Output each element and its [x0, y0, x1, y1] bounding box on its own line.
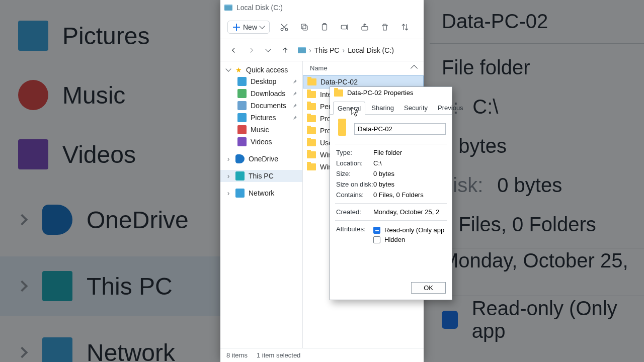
crumb-thispc[interactable]: This PC [314, 46, 340, 54]
nav-pane: ★ Quick access DesktopDownloadsDocuments… [220, 61, 303, 348]
folder-icon [237, 137, 247, 146]
breadcrumb[interactable]: › This PC › Local Disk (C:) [298, 46, 417, 54]
nav-item-desktop[interactable]: Desktop [220, 75, 302, 87]
titlebar: Local Disk (C:) [220, 0, 424, 15]
status-count: 8 items [226, 351, 248, 359]
status-bar: 8 items 1 item selected [220, 348, 424, 362]
folder-name-input[interactable] [354, 123, 446, 135]
folder-icon [307, 103, 316, 110]
recent-button[interactable] [262, 44, 275, 57]
prop-size: 0 bytes [373, 170, 394, 177]
pin-icon [292, 91, 297, 96]
ok-button[interactable]: OK [411, 282, 446, 294]
readonly-checkbox[interactable] [373, 227, 380, 234]
folder-icon [237, 125, 247, 134]
pin-icon [292, 103, 297, 108]
rename-icon[interactable] [339, 22, 350, 33]
properties-dialog: Data-PC-02 Properties General Sharing Se… [330, 86, 452, 300]
delete-icon[interactable] [379, 22, 390, 33]
folder-icon [237, 113, 247, 122]
new-button[interactable]: New [227, 21, 270, 34]
plus-icon [233, 24, 240, 31]
folder-icon [307, 151, 316, 158]
prop-created: Monday, October 25, 2 [373, 208, 439, 216]
nav-item-videos[interactable]: Videos [220, 136, 302, 148]
share-icon[interactable] [359, 22, 370, 33]
folder-icon [237, 77, 247, 86]
svg-rect-3 [301, 24, 306, 29]
forward-button[interactable] [245, 44, 258, 57]
crumb-drive[interactable]: Local Disk (C:) [348, 46, 394, 54]
star-icon: ★ [235, 66, 242, 74]
nav-row: › This PC › Local Disk (C:) [220, 39, 424, 61]
folder-icon [338, 122, 346, 136]
prop-size-on-disk: 0 bytes [373, 180, 394, 188]
paste-icon[interactable] [319, 22, 330, 33]
prop-contains: 0 Files, 0 Folders [373, 191, 424, 199]
background-left: Pictures Music Videos OneDrive This PC N… [0, 0, 220, 362]
dialog-tabs: General Sharing Security Previous [330, 102, 452, 115]
folder-icon [307, 78, 316, 85]
sort-icon[interactable] [399, 22, 411, 33]
folder-icon [334, 89, 343, 97]
tab-sharing[interactable]: Sharing [367, 102, 398, 114]
nav-onedrive[interactable]: ›OneDrive [220, 153, 302, 165]
network-icon [235, 189, 245, 198]
status-selected: 1 item selected [257, 351, 300, 359]
tab-security[interactable]: Security [400, 102, 432, 114]
dialog-title: Data-PC-02 Properties [347, 89, 414, 97]
folder-icon [237, 89, 247, 98]
column-name[interactable]: Name [303, 61, 424, 75]
nav-network[interactable]: ›Network [220, 187, 302, 199]
tab-previous[interactable]: Previous [434, 102, 467, 114]
back-button[interactable] [227, 44, 240, 57]
pin-icon [292, 79, 297, 84]
tab-general[interactable]: General [333, 102, 365, 115]
folder-icon [307, 115, 316, 122]
pin-icon [292, 115, 297, 120]
cloud-icon [235, 154, 245, 163]
folder-icon [307, 127, 316, 134]
window-title: Local Disk (C:) [236, 4, 283, 12]
folder-icon [237, 101, 247, 110]
svg-rect-2 [303, 26, 307, 30]
cut-icon[interactable] [279, 22, 290, 33]
prop-location: C:\ [373, 159, 382, 167]
chevron-down-icon [259, 23, 265, 29]
up-button[interactable] [279, 44, 292, 57]
drive-icon [224, 5, 232, 11]
sort-asc-icon [411, 64, 418, 71]
nav-item-music[interactable]: Music [220, 124, 302, 136]
background-right: Data-PC-02 File folder n:C:\ 0 bytes dis… [424, 0, 644, 362]
pc-icon [235, 171, 245, 180]
nav-thispc[interactable]: ›This PC [220, 170, 302, 182]
prop-type: File folder [373, 149, 402, 156]
nav-item-downloads[interactable]: Downloads [220, 87, 302, 100]
hidden-checkbox[interactable] [373, 236, 380, 243]
copy-icon[interactable] [299, 22, 310, 33]
dialog-titlebar[interactable]: Data-PC-02 Properties [330, 87, 452, 99]
folder-icon [307, 91, 316, 98]
folder-icon [307, 139, 316, 146]
nav-item-pictures[interactable]: Pictures [220, 112, 302, 124]
drive-icon [298, 47, 306, 53]
svg-rect-6 [341, 25, 347, 29]
nav-quick-access[interactable]: ★ Quick access [220, 64, 302, 75]
toolbar: New [220, 15, 424, 39]
nav-item-documents[interactable]: Documents [220, 100, 302, 112]
folder-icon [307, 163, 316, 170]
